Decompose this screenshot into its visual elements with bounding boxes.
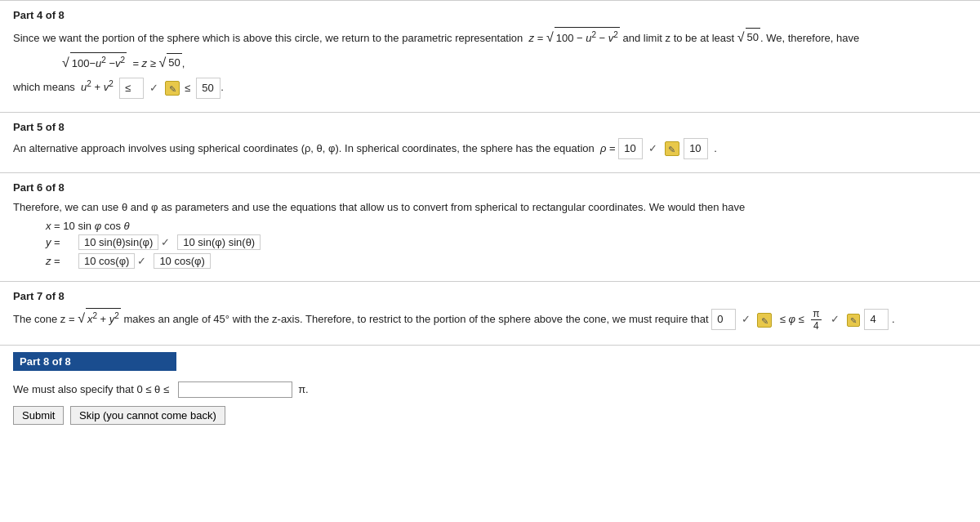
part7-fraction-den: 4 (812, 320, 821, 332)
part4-which-means: which means u2 + v2 ≤ 50. (13, 77, 967, 98)
part8-buttons: Submit Skip (you cannot come back) (13, 406, 967, 425)
part4-pencil1[interactable] (165, 81, 180, 96)
part5-text1: An alternative approach involves using s… (13, 142, 595, 154)
part4-main-eq: √ 100−u2 −v2 = z ≥ √ 50 , (62, 51, 967, 74)
part7-fraction-num: π (811, 308, 821, 320)
part5-text: An alternative approach involves using s… (13, 138, 967, 159)
part6-section: Part 6 of 8 Therefore, we can use θ and … (0, 172, 980, 281)
part4-title: Part 4 of 8 (13, 9, 967, 21)
part6-z-label: z = (46, 255, 78, 267)
part7-text1: The cone z = (13, 313, 75, 325)
part5-pencil1[interactable] (665, 141, 679, 156)
part6-x-row: x = 10 sin φ cos θ (46, 220, 967, 232)
part4-eq2: √ 50 (737, 26, 760, 48)
part7-box3[interactable]: 4 (864, 309, 889, 330)
part6-z-check (137, 255, 146, 267)
part7-check2 (831, 310, 840, 328)
part6-y-box1[interactable]: 10 sin(θ)sin(φ) (78, 234, 158, 250)
part7-section: Part 7 of 8 The cone z = √ x2 + y2 makes… (0, 281, 980, 345)
part6-x-label: x = 10 sin φ cos θ (46, 220, 130, 232)
part6-z-box2-wrap: 10 cos(φ) (154, 253, 210, 269)
part4-text4: which means (13, 82, 75, 94)
part7-text3: ≤ φ ≤ (777, 313, 804, 325)
part6-y-check (161, 236, 170, 248)
part6-y-row: y = 10 sin(θ)sin(φ) 10 sin(φ) sin(θ) (46, 234, 967, 250)
part8-text1: We must also specify that 0 ≤ θ ≤ (13, 383, 169, 395)
part8-title: Part 8 of 8 (13, 352, 176, 371)
part7-box1[interactable]: 0 (711, 309, 736, 330)
part6-text1: Therefore, we can use θ and φ as paramet… (13, 199, 967, 216)
part6-z-box1[interactable]: 10 cos(φ) (78, 253, 135, 269)
part5-box2[interactable]: 10 (684, 138, 708, 159)
part4-text1: Since we want the portion of the sphere … (13, 32, 523, 44)
part8-text2: π. (298, 383, 309, 395)
part6-z-row: z = 10 cos(φ) 10 cos(φ) (46, 253, 967, 269)
part7-title: Part 7 of 8 (13, 290, 967, 302)
part7-check1 (742, 310, 751, 328)
part4-text2: and limit z to be at least (623, 32, 735, 44)
part6-equations: x = 10 sin φ cos θ y = 10 sin(θ)sin(φ) 1… (46, 220, 967, 269)
part4-box1[interactable]: ≤ (119, 78, 144, 99)
part7-pencil2[interactable] (847, 314, 860, 327)
part8-section: Part 8 of 8 We must also specify that 0 … (0, 345, 980, 434)
part5-title: Part 5 of 8 (13, 121, 967, 133)
part7-pencil1[interactable] (757, 313, 772, 328)
part4-section: Part 4 of 8 Since we want the portion of… (0, 0, 980, 112)
part5-box1[interactable]: 10 (618, 138, 643, 159)
part6-y-box2[interactable]: 10 sin(φ) sin(θ) (177, 234, 261, 250)
part5-section: Part 5 of 8 An alternative approach invo… (0, 112, 980, 172)
part4-text3: We, therefore, have (766, 32, 859, 44)
part7-fraction: π 4 (809, 308, 822, 332)
part4-check1 (149, 79, 158, 97)
part4-text: Since we want the portion of the sphere … (13, 26, 967, 48)
submit-button[interactable]: Submit (13, 406, 64, 425)
part6-z-box2[interactable]: 10 cos(φ) (154, 253, 210, 269)
skip-button[interactable]: Skip (you cannot come back) (70, 406, 225, 425)
part6-y-box2-wrap: 10 sin(φ) sin(θ) (177, 234, 261, 250)
part7-text2: makes an angle of 45° with the z-axis. T… (124, 313, 709, 325)
part6-title: Part 6 of 8 (13, 181, 967, 194)
part8-input[interactable] (178, 381, 292, 398)
part4-box2[interactable]: 50 (196, 78, 220, 99)
part5-check1 (648, 140, 657, 158)
part6-y-label: y = (46, 236, 78, 248)
part4-eq1: z = √ 100 − u2 − v2 (526, 32, 623, 44)
part8-text: We must also specify that 0 ≤ θ ≤ π. (13, 381, 967, 399)
part7-eq1: √ x2 + y2 (78, 307, 121, 329)
part7-text: The cone z = √ x2 + y2 makes an angle of… (13, 307, 967, 332)
